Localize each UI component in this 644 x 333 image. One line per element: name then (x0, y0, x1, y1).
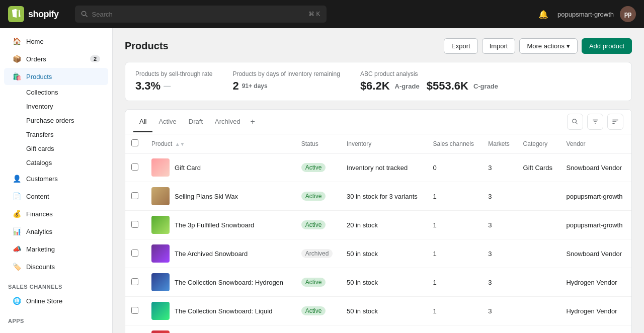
orders-icon: 📦 (12, 54, 21, 63)
sidebar-item-collections[interactable]: Collections (4, 86, 108, 99)
product-name[interactable]: The Collection Snowboard: Liquid (175, 307, 272, 315)
add-product-button[interactable]: Add product (582, 38, 632, 54)
sort-icon (612, 118, 619, 125)
header-actions: Export Import More actions ▾ Add product (444, 38, 632, 54)
sort-button[interactable] (607, 114, 623, 130)
more-actions-button[interactable]: More actions ▾ (519, 38, 577, 54)
table-row: The Collection Snowboard: Liquid Active … (125, 297, 631, 325)
transfers-label: Transfers (26, 131, 53, 138)
row-checkbox[interactable] (131, 278, 138, 285)
vendor-cell: popupsmart-growth (560, 182, 631, 211)
svg-line-1 (86, 15, 88, 17)
inventory-cell: Inventory not tracked (341, 153, 427, 182)
status-cell: Archived (295, 239, 341, 268)
sidebar-item-marketing[interactable]: 📣 Marketing (4, 240, 108, 258)
status-cell: Active (295, 182, 341, 211)
row-checkbox[interactable] (131, 163, 138, 171)
sidebar-item-label: Analytics (26, 228, 52, 235)
days-inventory-value: 2 91+ days (232, 79, 340, 93)
product-cell: Gift Card (145, 153, 295, 182)
inventory-cell: 50 in stock (341, 268, 427, 297)
purchase-orders-label: Purchase orders (26, 117, 74, 124)
category-cell (517, 325, 560, 334)
table-search-button[interactable] (567, 114, 583, 130)
sidebar-item-catalogs[interactable]: Catalogs (4, 156, 108, 170)
table-row: The Collection Snowboard: Oxygen Active … (125, 325, 631, 334)
product-thumbnail (151, 187, 170, 205)
sidebar-item-customers[interactable]: 👤 Customers (4, 170, 108, 187)
row-checkbox[interactable] (131, 192, 138, 199)
sidebar-item-analytics[interactable]: 📊 Analytics (4, 223, 108, 240)
page-title: Products (125, 40, 169, 52)
sales-channels-column-header: Sales channels (427, 134, 482, 153)
analytics-icon: 📊 (12, 227, 21, 236)
svg-point-0 (82, 11, 86, 15)
product-name[interactable]: Gift Card (175, 164, 201, 172)
notifications-button[interactable]: 🔔 (535, 6, 551, 22)
logo[interactable]: shopify (8, 6, 59, 22)
home-icon: 🏠 (12, 37, 21, 46)
sidebar-item-inventory[interactable]: Inventory (4, 100, 108, 113)
filter-button[interactable] (587, 114, 603, 130)
category-cell (517, 182, 560, 211)
product-cell: Selling Plans Ski Wax (145, 182, 295, 211)
product-name[interactable]: The Archived Snowboard (175, 250, 248, 258)
row-checkbox[interactable] (131, 221, 138, 228)
import-button[interactable]: Import (482, 38, 516, 54)
sidebar-item-content[interactable]: 📄 Content (4, 188, 108, 205)
vendor-cell: Hydrogen Vendor (560, 297, 631, 325)
products-table-container: All Active Draft Archived + (125, 109, 632, 333)
abc-value: $6.2K A-grade $553.6K C-grade (360, 79, 498, 93)
product-cell: The Archived Snowboard (145, 239, 295, 268)
product-name[interactable]: The 3p Fulfilled Snowboard (175, 221, 254, 229)
add-tab-button[interactable]: + (247, 111, 259, 132)
days-inventory-label: Products by days of inventory remaining (232, 70, 340, 77)
sidebar-item-products[interactable]: 🛍️ Products (4, 68, 108, 85)
sidebar-item-finances[interactable]: 💰 Finances (4, 205, 108, 222)
product-cell: The Collection Snowboard: Hydrogen (145, 268, 295, 297)
sidebar-item-online-store[interactable]: 🌐 Online Store (4, 292, 108, 309)
row-checkbox[interactable] (131, 249, 138, 257)
table-row: Gift Card Active Inventory not tracked 0… (125, 153, 631, 182)
tab-all[interactable]: All (133, 112, 152, 132)
sidebar-item-purchase-orders[interactable]: Purchase orders (4, 114, 108, 127)
inventory-cell: 50 in stock (341, 325, 427, 334)
sidebar-item-label: Customers (26, 175, 58, 183)
avatar[interactable]: pp (620, 6, 636, 22)
sidebar-item-label: Products (26, 73, 52, 80)
topnav: shopify ⌘ K 🔔 popupsmart-growth pp (0, 0, 644, 28)
markets-cell: 3 (482, 325, 517, 334)
sales-channels-cell: 1 (427, 268, 482, 297)
sidebar-item-home[interactable]: 🏠 Home (4, 33, 108, 50)
table-row: The Collection Snowboard: Hydrogen Activ… (125, 268, 631, 297)
product-name[interactable]: Selling Plans Ski Wax (175, 193, 238, 200)
sales-channels-cell: 1 (427, 325, 482, 334)
select-all-checkbox[interactable] (131, 139, 138, 146)
product-name[interactable]: The Collection Snowboard: Hydrogen (175, 279, 283, 286)
markets-cell: 3 (482, 268, 517, 297)
export-button[interactable]: Export (444, 38, 478, 54)
row-checkbox[interactable] (131, 307, 138, 314)
sidebar-item-discounts[interactable]: 🏷️ Discounts (4, 258, 108, 275)
row-checkbox-cell (125, 153, 145, 182)
vendor-cell: Snowboard Vendor (560, 239, 631, 268)
sidebar-item-orders[interactable]: 📦 Orders 2 (4, 50, 108, 67)
analytics-bar: Products by sell-through rate 3.3% — Pro… (125, 62, 632, 101)
tab-archived[interactable]: Archived (209, 112, 247, 132)
search-input[interactable] (92, 11, 305, 18)
status-cell: Active (295, 211, 341, 239)
markets-cell: 3 (482, 153, 517, 182)
orders-badge: 2 (90, 55, 100, 62)
status-badge: Active (301, 220, 326, 229)
sidebar-item-transfers[interactable]: Transfers (4, 128, 108, 141)
product-cell: The 3p Fulfilled Snowboard (145, 211, 295, 239)
product-sort-icon: ▲▼ (175, 141, 185, 147)
sell-through-analytic: Products by sell-through rate 3.3% — (135, 70, 212, 93)
inventory-column-header: Inventory (341, 134, 427, 153)
product-thumbnail (151, 302, 170, 320)
markets-cell: 3 (482, 297, 517, 325)
sidebar-item-gift-cards[interactable]: Gift cards (4, 142, 108, 155)
tab-draft[interactable]: Draft (183, 112, 209, 132)
search-bar[interactable]: ⌘ K (75, 6, 327, 23)
tab-active[interactable]: Active (152, 112, 182, 132)
